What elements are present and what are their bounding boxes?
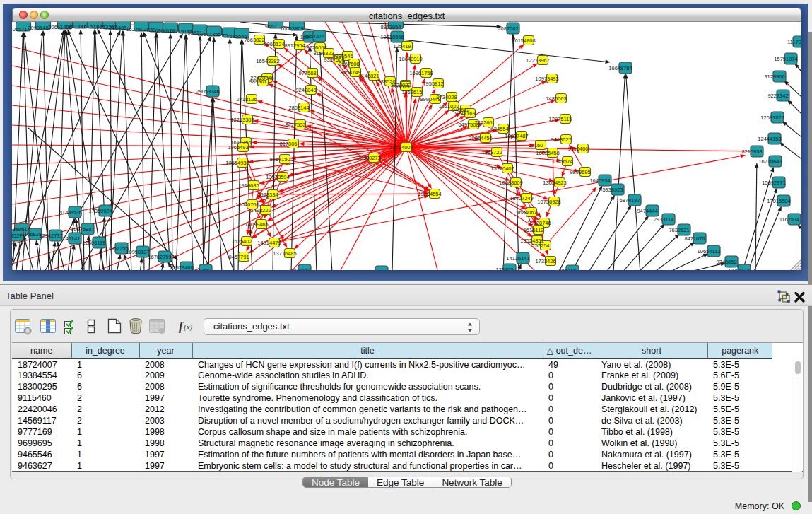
svg-text:13654923: 13654923 <box>543 180 566 186</box>
svg-text:9129966: 9129966 <box>764 74 784 80</box>
svg-text:252254: 252254 <box>531 243 549 249</box>
svg-text:10654112: 10654112 <box>698 248 721 255</box>
svg-text:9464732: 9464732 <box>729 267 749 271</box>
svg-text:6879197: 6879197 <box>619 197 640 204</box>
svg-text:13716485: 13716485 <box>273 250 296 257</box>
svg-text:1916685: 1916685 <box>238 182 259 189</box>
svg-text:29053346: 29053346 <box>196 88 219 95</box>
svg-text:7955812: 7955812 <box>423 81 443 87</box>
svg-text:10958107: 10958107 <box>126 249 149 255</box>
svg-text:9474444: 9474444 <box>637 208 657 214</box>
svg-text:1145141: 1145141 <box>60 235 81 242</box>
svg-text:5938923: 5938923 <box>602 187 623 193</box>
svg-text:62160: 62160 <box>529 142 543 148</box>
svg-text:12444153: 12444153 <box>758 136 781 142</box>
svg-text:16154808: 16154808 <box>512 37 535 44</box>
svg-text:16648784: 16648784 <box>608 65 632 71</box>
svg-text:14136141: 14136141 <box>506 255 529 262</box>
svg-text:9694372: 9694372 <box>289 267 310 271</box>
svg-text:18724007: 18724007 <box>389 144 413 151</box>
svg-text:2718126: 2718126 <box>236 96 257 103</box>
svg-text:405571: 405571 <box>12 26 28 33</box>
svg-text:8813054: 8813054 <box>380 24 401 30</box>
svg-text:9242848: 9242848 <box>295 87 316 93</box>
svg-text:1965493: 1965493 <box>228 144 248 151</box>
svg-text:17359924: 17359924 <box>88 208 112 214</box>
svg-text:9227342: 9227342 <box>767 93 788 99</box>
svg-text:9734028: 9734028 <box>436 94 457 100</box>
svg-text:7625402: 7625402 <box>231 238 252 245</box>
svg-text:125419: 125419 <box>393 43 411 49</box>
svg-text:1527602: 1527602 <box>126 26 146 33</box>
svg-text:7485063: 7485063 <box>546 95 566 102</box>
svg-text:19218566: 19218566 <box>380 34 404 40</box>
svg-text:210465: 210465 <box>109 25 126 31</box>
svg-text:15692971: 15692971 <box>762 180 785 186</box>
svg-text:2867608: 2867608 <box>339 61 359 67</box>
svg-text:12213363: 12213363 <box>230 117 254 123</box>
svg-text:10975887: 10975887 <box>71 226 94 233</box>
svg-text:9662: 9662 <box>265 23 277 30</box>
svg-text:8454749: 8454749 <box>340 69 360 76</box>
svg-text:2933114: 2933114 <box>654 216 674 223</box>
svg-text:884216: 884216 <box>192 267 209 271</box>
svg-text:1615112: 1615112 <box>524 227 544 233</box>
svg-text:14099465: 14099465 <box>245 221 268 228</box>
svg-text:11170: 11170 <box>787 39 801 45</box>
svg-text:746266: 746266 <box>474 119 492 126</box>
svg-text:25300273: 25300273 <box>357 155 380 161</box>
svg-text:15751074: 15751074 <box>774 56 797 62</box>
svg-text:10756928: 10756928 <box>537 199 560 205</box>
svg-text:1162615: 1162615 <box>402 89 423 95</box>
svg-text:19384554: 19384554 <box>418 191 441 197</box>
svg-text:8186323: 8186323 <box>313 50 334 57</box>
svg-text:989961: 989961 <box>249 78 266 85</box>
svg-text:12505115: 12505115 <box>83 240 106 246</box>
svg-text:9886546: 9886546 <box>332 53 353 59</box>
svg-text:13533594: 13533594 <box>266 174 289 180</box>
svg-text:15720407: 15720407 <box>490 165 514 172</box>
svg-text:1349574: 1349574 <box>552 158 572 165</box>
svg-text:12942737: 12942737 <box>39 233 62 239</box>
svg-text:20206526: 20206526 <box>58 209 81 216</box>
svg-text:1167534: 1167534 <box>779 216 800 223</box>
svg-text:18407249: 18407249 <box>510 195 533 201</box>
svg-text:10688609: 10688609 <box>499 180 522 186</box>
svg-text:9684067: 9684067 <box>516 209 536 216</box>
svg-text:7857274: 7857274 <box>304 33 324 40</box>
svg-text:16782759: 16782759 <box>148 254 171 260</box>
svg-text:18640910: 18640910 <box>399 56 422 62</box>
svg-text:12093822: 12093822 <box>760 115 784 121</box>
svg-text:16210643: 16210643 <box>758 158 782 165</box>
svg-text:11156829: 11156829 <box>19 231 42 238</box>
svg-text:8267150: 8267150 <box>269 156 290 163</box>
svg-text:230415: 230415 <box>558 268 576 271</box>
svg-text:12923468: 12923468 <box>170 264 193 271</box>
svg-text:10807487: 10807487 <box>505 133 528 139</box>
svg-text:9245652: 9245652 <box>716 259 736 265</box>
svg-text:86040: 86040 <box>370 269 384 271</box>
svg-text:2087682: 2087682 <box>498 25 518 32</box>
svg-text:8471676: 8471676 <box>684 235 705 242</box>
svg-text:10973493: 10973493 <box>535 76 558 82</box>
svg-text:10025458: 10025458 <box>536 150 559 156</box>
svg-text:16961758: 16961758 <box>409 70 433 76</box>
svg-text:(x): (x) <box>184 322 193 332</box>
svg-text:9115460: 9115460 <box>568 146 589 152</box>
svg-text:7663822: 7663822 <box>244 37 264 43</box>
svg-text:7632621: 7632621 <box>669 227 689 233</box>
svg-text:9777169: 9777169 <box>454 110 475 117</box>
svg-text:8427552: 8427552 <box>285 122 305 128</box>
svg-text:12975115: 12975115 <box>549 116 572 122</box>
svg-text:14914479: 14914479 <box>257 240 281 246</box>
svg-text:5578334: 5578334 <box>257 192 278 198</box>
svg-text:2803144: 2803144 <box>288 105 309 111</box>
svg-text:10671355: 10671355 <box>197 31 220 37</box>
svg-text:2099146: 2099146 <box>28 25 48 31</box>
svg-text:17016504: 17016504 <box>767 198 790 204</box>
svg-text:830: 830 <box>147 27 156 33</box>
svg-text:125705: 125705 <box>495 267 513 271</box>
svg-text:16053809: 16053809 <box>280 25 303 32</box>
svg-text:19654938: 19654938 <box>225 160 249 166</box>
svg-text:1640954: 1640954 <box>589 177 610 184</box>
